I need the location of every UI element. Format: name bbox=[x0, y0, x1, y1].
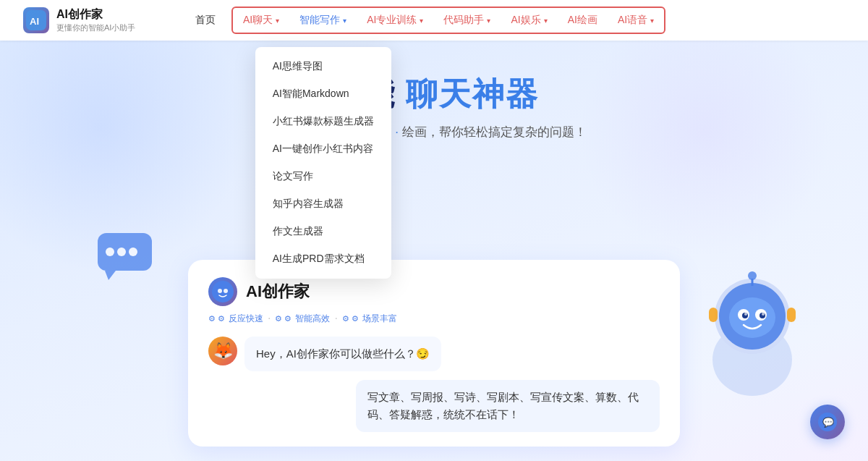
chat-tag2: ⚙ 智能高效 bbox=[275, 313, 330, 325]
svg-text:AI: AI bbox=[30, 16, 39, 27]
nav-label-painting: AI绘画 bbox=[568, 14, 597, 27]
svg-point-10 bbox=[729, 297, 775, 338]
chat-tag3: ⚙ 场景丰富 bbox=[342, 313, 397, 325]
main-nav: 首页 AI聊天 ▾ 智能写作 ▾ AI思维导图 AI智能Markdown 小红书… bbox=[182, 0, 845, 41]
chat-messages: 🦊 Hey，AI创作家你可以做些什么？😏 写文章、写周报、写诗、写剧本、写宣传文… bbox=[208, 337, 660, 432]
hero-section: 智能 聊天神器 宛如真人的AI小助理 · 绘画，帮你轻松搞定复杂的问题！ 立即体… bbox=[0, 41, 868, 461]
svg-point-16 bbox=[762, 313, 765, 316]
nav-item-code[interactable]: 代码助手 ▾ bbox=[433, 7, 501, 34]
chat-widget: AI创作家 ⚙ 反应快速 · ⚙ 智能高效 · ⚙ 场景丰富 � bbox=[188, 260, 680, 447]
nav-item-painting[interactable]: AI绘画 bbox=[558, 7, 608, 34]
logo-text: AI创作家 更懂你的智能AI小助手 bbox=[56, 7, 135, 33]
svg-point-3 bbox=[106, 248, 114, 256]
user-message-text: Hey，AI创作家你可以做些什么？😏 bbox=[256, 347, 430, 360]
header: AI AI创作家 更懂你的智能AI小助手 首页 AI聊天 ▾ bbox=[0, 0, 868, 41]
svg-text:💬: 💬 bbox=[822, 416, 835, 428]
smart-write-dropdown: AI思维导图 AI智能Markdown 小红书爆款标题生成器 AI一键创作小红书… bbox=[255, 47, 391, 279]
robot-character bbox=[687, 258, 817, 403]
hero-title-part2: 聊天神器 bbox=[406, 76, 539, 111]
chevron-ai-pro-icon: ▾ bbox=[420, 17, 423, 25]
chat-tags: ⚙ 反应快速 · ⚙ 智能高效 · ⚙ 场景丰富 bbox=[208, 312, 660, 325]
nav-item-home[interactable]: 首页 bbox=[182, 0, 229, 41]
bot-avatar bbox=[208, 277, 237, 306]
nav-label-entertainment: AI娱乐 bbox=[511, 14, 540, 27]
svg-point-15 bbox=[744, 313, 747, 316]
nav-label-code: 代码助手 bbox=[443, 14, 484, 27]
nav-item-smart-write[interactable]: 智能写作 ▾ AI思维导图 AI智能Markdown 小红书爆款标题生成器 AI… bbox=[289, 7, 357, 34]
chevron-smart-write-icon: ▾ bbox=[343, 17, 346, 25]
dropdown-item-xiaohongshu-content[interactable]: AI一键创作小红书内容 bbox=[255, 135, 391, 163]
dropdown-item-essay[interactable]: 作文生成器 bbox=[255, 218, 391, 245]
tag-dot1: · bbox=[268, 312, 271, 325]
dropdown-item-thesis[interactable]: 论文写作 bbox=[255, 163, 391, 190]
tag-dot2: · bbox=[334, 312, 337, 325]
svg-point-4 bbox=[117, 248, 126, 256]
nav-label-home: 首页 bbox=[195, 14, 216, 27]
logo-title: AI创作家 bbox=[56, 7, 135, 22]
chat-bot-title: AI创作家 bbox=[246, 281, 310, 303]
chat-tag1: ⚙ 反应快速 bbox=[208, 313, 263, 325]
logo-icon: AI bbox=[23, 7, 49, 33]
svg-rect-17 bbox=[709, 308, 718, 322]
dropdown-item-prd[interactable]: AI生成PRD需求文档 bbox=[255, 245, 391, 273]
hero-subtitle-part2: 绘画，帮你轻松搞定复杂的问题！ bbox=[402, 125, 587, 139]
nav-label-ai-pro: AI专业训练 bbox=[367, 14, 417, 27]
dropdown-item-markdown[interactable]: AI智能Markdown bbox=[255, 80, 391, 108]
svg-point-21 bbox=[212, 281, 234, 303]
nav-label-smart-write: 智能写作 bbox=[299, 14, 340, 27]
nav-item-ai-chat[interactable]: AI聊天 ▾ bbox=[233, 7, 289, 34]
logo-area[interactable]: AI AI创作家 更懂你的智能AI小助手 bbox=[23, 7, 153, 33]
hero-bg-circle2 bbox=[579, 41, 832, 258]
nav-item-voice[interactable]: AI语音 ▾ bbox=[608, 7, 664, 34]
speech-bubble-decoration bbox=[94, 229, 159, 280]
floating-action-button[interactable]: 💬 bbox=[810, 405, 845, 439]
chevron-code-icon: ▾ bbox=[487, 17, 490, 25]
nav-item-entertainment[interactable]: AI娱乐 ▾ bbox=[501, 7, 557, 34]
bot-message-row: 写文章、写周报、写诗、写剧本、写宣传文案、算数、代码、答疑解惑，统统不在话下！ bbox=[208, 380, 660, 432]
dropdown-item-zhihu[interactable]: 知乎内容生成器 bbox=[255, 190, 391, 218]
hero-subtitle-highlight: · bbox=[395, 125, 399, 139]
user-message-bubble: Hey，AI创作家你可以做些什么？😏 bbox=[244, 337, 441, 371]
svg-marker-6 bbox=[105, 271, 116, 280]
chevron-ai-chat-icon: ▾ bbox=[276, 17, 279, 25]
svg-point-20 bbox=[748, 271, 757, 280]
nav-item-ai-pro[interactable]: AI专业训练 ▾ bbox=[357, 7, 433, 34]
dropdown-item-mindmap[interactable]: AI思维导图 bbox=[255, 53, 391, 80]
svg-point-22 bbox=[218, 289, 222, 293]
bot-message-bubble: 写文章、写周报、写诗、写剧本、写宣传文案、算数、代码、答疑解惑，统统不在话下！ bbox=[356, 380, 660, 432]
chevron-entertainment-icon: ▾ bbox=[544, 17, 548, 25]
svg-point-23 bbox=[224, 289, 228, 293]
chevron-voice-icon: ▾ bbox=[650, 17, 654, 25]
logo-subtitle: 更懂你的智能AI小助手 bbox=[56, 22, 135, 33]
bot-message-text: 写文章、写周报、写诗、写剧本、写宣传文案、算数、代码、答疑解惑，统统不在话下！ bbox=[367, 391, 639, 420]
user-message-row: 🦊 Hey，AI创作家你可以做些什么？😏 bbox=[208, 337, 660, 371]
chat-header: AI创作家 bbox=[208, 277, 660, 306]
svg-rect-18 bbox=[787, 308, 796, 322]
nav-label-voice: AI语音 bbox=[618, 14, 647, 27]
dropdown-item-xiaohongshu-title[interactable]: 小红书爆款标题生成器 bbox=[255, 108, 391, 135]
user-avatar: 🦊 bbox=[208, 337, 237, 365]
nav-label-ai-chat: AI聊天 bbox=[243, 14, 273, 27]
svg-point-5 bbox=[129, 248, 137, 256]
